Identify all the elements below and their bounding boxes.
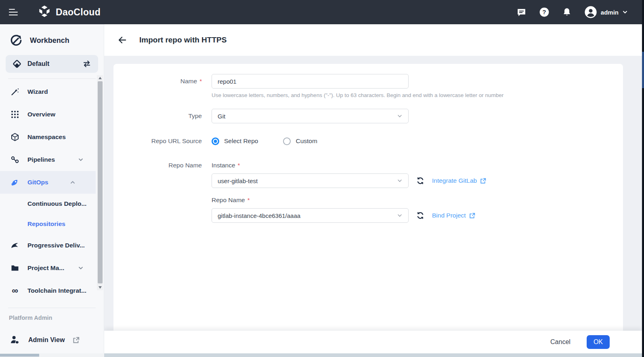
sidebar-item-progressive-delivery[interactable]: Progressive Deliv... [0,234,104,257]
integrate-gitlab-link[interactable]: Integrate GitLab [432,177,486,184]
admin-user-icon [10,335,20,345]
content-bottom-edge [104,353,642,357]
sidebar-item-repositories[interactable]: Repositories [0,214,104,234]
ok-button[interactable]: OK [587,335,610,349]
sidebar-item-pipelines[interactable]: Pipelines [0,148,104,171]
content-area: Name* Use lowercase letters, numbers, an… [104,56,642,331]
workbench-title: Workbench [30,36,69,45]
sidebar: Workbench Default Wizard [0,24,104,353]
form-footer: Cancel OK [104,331,642,353]
chevron-down-icon [397,178,403,184]
type-select-value: Git [218,113,225,120]
svg-text:?: ? [542,8,546,15]
radio-unselected-icon [283,137,291,145]
window-scrollbar-thumb[interactable] [642,52,644,88]
type-select[interactable]: Git [212,109,409,123]
avatar [584,6,597,19]
instance-select[interactable]: user-gitlab-test [212,173,409,188]
radio-selected-icon [212,137,219,145]
horizontal-scrollbar-thumb[interactable] [0,354,39,357]
instance-label: Instance* [212,161,486,169]
daocloud-logo-icon [37,5,52,19]
platform-admin-label: Platform Admin [9,315,104,321]
external-link-icon [480,178,486,184]
sidebar-divider [8,78,96,79]
repo-name-select-value: gitlab-instance-4bce6361/aaaa [218,212,300,219]
sidebar-item-gitops[interactable]: GitOps [0,171,96,194]
workspace-icon [12,59,22,69]
progressive-delivery-bird-icon [10,241,19,250]
radio-select-repo[interactable]: Select Repo [212,137,258,145]
sidebar-item-wizard[interactable]: Wizard [0,80,104,103]
name-label: Name* [113,74,212,89]
scroll-up-arrow[interactable] [97,75,103,81]
form-card: Name* Use lowercase letters, numbers, an… [113,64,623,331]
page-title: Import repo with HTTPS [139,36,227,44]
sidebar-item-project-management[interactable]: Project Ma... [0,257,104,279]
namespaces-cube-icon [10,133,19,142]
chevron-down-icon [78,157,84,163]
type-row: Type Git [113,109,623,123]
scrollbar-thumb[interactable] [98,81,103,283]
main-area: Import repo with HTTPS Name* Use lowerca… [104,24,642,357]
switch-workspace-icon[interactable] [82,59,92,69]
radio-custom[interactable]: Custom [283,137,317,145]
refresh-repos-icon[interactable] [416,211,425,220]
repo-name-group-label: Repo Name [113,161,212,169]
menu-toggle-icon[interactable] [9,7,19,17]
chevron-down-icon [397,213,403,218]
wizard-wand-icon [10,87,19,96]
workbench-icon [10,34,23,47]
name-row: Name* Use lowercase letters, numbers, an… [113,74,623,98]
sidebar-item-namespaces[interactable]: Namespaces [0,126,104,148]
chevron-down-icon [78,265,84,271]
repo-url-source-label: Repo URL Source [113,136,212,146]
workspace-label: Default [27,60,49,68]
sidebar-item-toolchain-integration[interactable]: ∞ Toolchain Integrat... [0,279,104,302]
external-link-icon [73,337,80,344]
cancel-button[interactable]: Cancel [543,335,578,349]
notifications-bell-icon[interactable] [562,7,572,17]
instance-select-value: user-gitlab-test [218,177,258,184]
user-name: admin [601,9,619,16]
repo-name-select[interactable]: gitlab-instance-4bce6361/aaaa [212,208,409,223]
scroll-down-arrow[interactable] [97,285,103,290]
window-horizontal-scrollbar[interactable] [0,353,644,357]
project-folder-icon [10,264,19,273]
topbar: DaoCloud ? admin [0,0,644,24]
repo-url-source-row: Repo URL Source Select Repo Custom [113,136,623,146]
required-asterisk: * [199,78,202,84]
sidebar-divider-bottom [8,308,96,308]
brand: DaoCloud [37,5,101,19]
window-vertical-scrollbar[interactable] [642,0,644,357]
gitops-rocket-icon [10,178,19,187]
pipelines-icon [10,155,19,164]
external-link-icon [469,213,475,219]
help-icon[interactable]: ? [539,7,550,17]
back-arrow-icon[interactable] [117,35,128,45]
sidebar-menu: Wizard Overview Namespaces Pipelines [0,80,104,302]
chevron-up-icon [70,180,76,185]
sidebar-item-overview[interactable]: Overview [0,103,104,126]
workbench-header: Workbench [0,24,104,54]
bind-project-link[interactable]: Bind Project [432,212,475,219]
workspace-selector[interactable]: Default [6,55,98,73]
chevron-down-icon [622,9,628,15]
sidebar-item-admin-view[interactable]: Admin View [10,335,104,345]
page-header: Import repo with HTTPS [104,24,642,56]
sidebar-item-continuous-deployment[interactable]: Continuous Deplo... [0,194,104,214]
repo-name-group-row: Repo Name Instance* user-gitlab-test [113,161,623,223]
refresh-instances-icon[interactable] [416,176,425,185]
user-menu[interactable]: admin [584,6,628,19]
overview-grid-icon [10,110,19,119]
repo-name-label: Repo Name* [212,196,486,204]
brand-name: DaoCloud [56,7,101,18]
sidebar-scrollbar[interactable] [97,75,103,290]
message-icon[interactable] [516,7,527,17]
name-input[interactable] [212,74,409,89]
chevron-down-icon [397,113,403,119]
name-help-text: Use lowercase letters, numbers, and hyph… [212,92,543,98]
type-label: Type [113,109,212,123]
toolchain-infinity-icon: ∞ [10,286,19,295]
